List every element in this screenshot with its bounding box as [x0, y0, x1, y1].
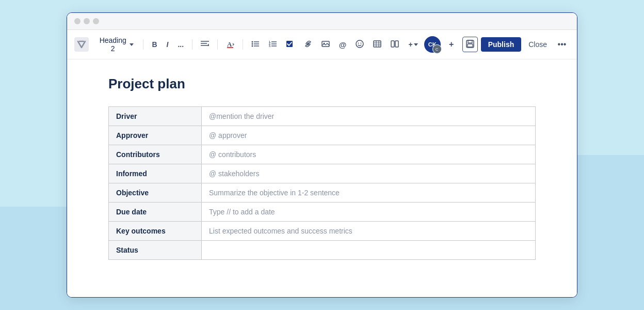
link-icon [304, 40, 312, 49]
emoji-icon [356, 40, 364, 50]
table-value-cell[interactable] [202, 241, 536, 260]
table-row: Approver@ approver [109, 126, 536, 145]
table-value-cell[interactable]: @ contributors [202, 145, 536, 164]
italic-icon: I [167, 40, 169, 49]
publish-button[interactable]: Publish [481, 37, 522, 52]
task-list-button[interactable] [283, 38, 298, 51]
table-label-cell: Driver [109, 107, 202, 126]
table-button[interactable] [370, 38, 384, 51]
align-icon [201, 40, 209, 49]
insert-more-icon: + [408, 40, 412, 49]
divider-3 [217, 39, 218, 50]
image-button[interactable] [318, 38, 333, 51]
save-button[interactable] [462, 37, 478, 52]
page-title: Project plan [108, 76, 536, 92]
svg-rect-34 [468, 44, 473, 47]
toolbar-right: CK C + Publish Close ••• [424, 36, 570, 53]
mention-button[interactable]: @ [336, 38, 350, 51]
numbered-list-button[interactable]: 1. 2. 3. [266, 38, 280, 51]
heading-label: Heading 2 [98, 36, 127, 53]
font-color-button[interactable]: A [223, 38, 237, 52]
divider-4 [243, 39, 243, 50]
add-collaborator-button[interactable]: + [444, 37, 459, 52]
bullet-list-icon [251, 40, 260, 49]
svg-rect-5 [227, 47, 233, 48]
table-icon [373, 40, 381, 49]
avatar-sub: C [432, 44, 442, 54]
avatar-wrapper: CK C [424, 36, 441, 53]
titlebar [67, 13, 577, 30]
table-label-cell: Key outcomes [109, 222, 202, 241]
table-value-cell[interactable]: @mention the driver [202, 107, 536, 126]
table-value-cell[interactable]: @ stakeholders [202, 164, 536, 183]
app-logo [74, 37, 89, 52]
table-label-cell: Contributors [109, 145, 202, 164]
svg-point-6 [251, 41, 253, 42]
project-table: Driver@mention the driverApprover@ appro… [108, 106, 536, 260]
close-button[interactable]: Close [524, 38, 551, 51]
svg-point-24 [361, 42, 362, 43]
toolbar: Heading 2 B I ... A [67, 30, 577, 59]
svg-point-23 [358, 42, 359, 43]
more-options-icon: ••• [558, 40, 567, 49]
svg-point-10 [251, 45, 253, 47]
svg-point-8 [251, 43, 253, 44]
columns-icon [391, 40, 399, 49]
table-label-cell: Status [109, 241, 202, 260]
bullet-list-button[interactable] [248, 38, 263, 51]
svg-rect-0 [74, 37, 89, 52]
save-icon [466, 40, 474, 50]
italic-button[interactable]: I [164, 38, 172, 51]
table-row: Due dateType // to add a date [109, 203, 536, 222]
table-row: Driver@mention the driver [109, 107, 536, 126]
table-row: ObjectiveSummarize the objective in 1-2 … [109, 183, 536, 203]
more-text-icon: ... [178, 40, 184, 49]
titlebar-dot-1 [74, 18, 81, 24]
table-row: Informed@ stakeholders [109, 164, 536, 183]
titlebar-dot-2 [84, 18, 90, 24]
table-row: Key outcomesList expected outcomes and s… [109, 222, 536, 241]
insert-more-chevron-icon [414, 43, 418, 46]
content-area: Project plan Driver@mention the driverAp… [67, 59, 577, 297]
table-value-cell[interactable]: @ approver [202, 126, 536, 145]
link-button[interactable] [301, 38, 315, 51]
table-row: Contributors@ contributors [109, 145, 536, 164]
table-label-cell: Informed [109, 164, 202, 183]
add-collaborator-icon: + [449, 40, 454, 49]
bold-icon: B [152, 40, 157, 49]
font-color-icon: A [226, 40, 234, 50]
titlebar-dot-3 [93, 18, 99, 24]
table-value-cell[interactable]: List expected outcomes and success metri… [202, 222, 536, 241]
table-row: Status [109, 241, 536, 260]
more-text-button[interactable]: ... [174, 38, 187, 51]
more-options-button[interactable]: ••• [554, 37, 570, 52]
table-label-cell: Due date [109, 203, 202, 222]
image-icon [321, 40, 330, 49]
numbered-list-icon: 1. 2. 3. [269, 40, 277, 49]
editor-window: Heading 2 B I ... A [67, 12, 577, 298]
insert-more-button[interactable]: + [405, 38, 421, 51]
emoji-button[interactable] [352, 38, 367, 52]
table-label-cell: Approver [109, 126, 202, 145]
svg-rect-25 [374, 41, 381, 47]
table-value-cell[interactable]: Type // to add a date [202, 203, 536, 222]
align-button[interactable] [198, 38, 212, 51]
divider-2 [192, 39, 192, 50]
task-list-icon [286, 40, 295, 49]
table-value-cell[interactable]: Summarize the objective in 1-2 sentence [202, 183, 536, 203]
svg-text:3.: 3. [269, 44, 271, 48]
heading-dropdown[interactable]: Heading 2 [94, 34, 138, 55]
heading-chevron-icon [130, 43, 134, 46]
table-label-cell: Objective [109, 183, 202, 203]
mention-icon: @ [339, 40, 347, 49]
svg-point-22 [356, 40, 363, 48]
svg-rect-31 [395, 41, 398, 47]
svg-rect-30 [391, 41, 394, 47]
svg-text:A: A [227, 40, 232, 48]
columns-button[interactable] [388, 38, 402, 51]
bold-button[interactable]: B [149, 38, 160, 51]
divider-1 [143, 39, 143, 50]
